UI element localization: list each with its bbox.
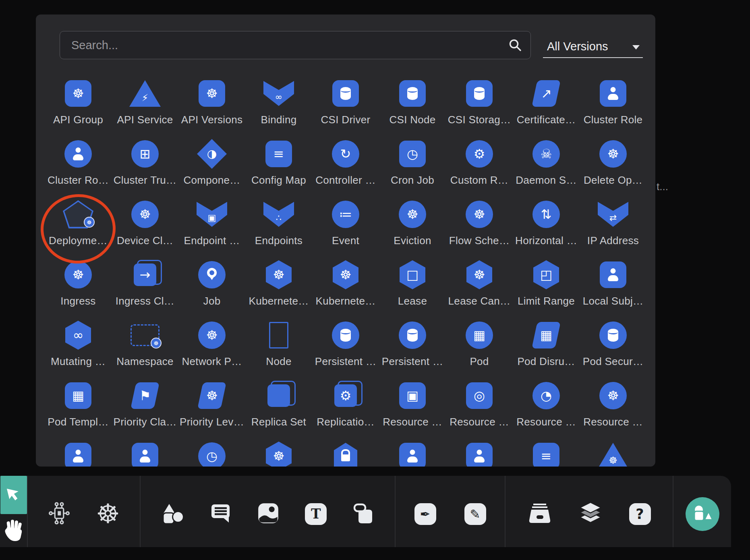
glyph: ☸ (340, 268, 352, 281)
grid-item-network-p[interactable]: ☸Network P… (178, 316, 245, 376)
grid-item-eviction[interactable]: ☸Eviction (379, 195, 446, 255)
grid-item-row7-60[interactable] (446, 437, 513, 467)
grid-item-ingress[interactable]: ☸Ingress (45, 255, 112, 316)
version-filter-dropdown[interactable]: All Versions (543, 35, 643, 58)
grid-item-row7-56[interactable]: ◷ (178, 437, 245, 467)
grid-item-custom-r[interactable]: ⚙Custom R… (446, 135, 513, 195)
grid-item-api-group[interactable]: ☸API Group (45, 74, 112, 135)
grid-item-config-map[interactable]: ≡Config Map (245, 135, 312, 195)
grid-item-event[interactable]: ≔Event (312, 195, 379, 255)
grid-item-csi-node[interactable]: CSI Node (379, 74, 446, 135)
grid-item-api-service[interactable]: ⚡API Service (112, 74, 178, 135)
grid-item-kubernete[interactable]: ☸Kubernete… (245, 255, 312, 316)
glyph: ◑ (207, 148, 217, 160)
shape-library-button[interactable] (686, 497, 719, 531)
text-tool-icon: T (305, 503, 327, 525)
grid-item-ip-address[interactable]: ⇄IP Address (580, 195, 646, 255)
grid-item-row7-59[interactable] (379, 437, 446, 467)
grid-item-resource[interactable]: ◔Resource … (513, 376, 580, 437)
grid-item-resource[interactable]: ☸Resource … (580, 376, 646, 437)
glyph: ⇅ (541, 208, 552, 221)
grid-item-device-cl[interactable]: ☸Device Cl… (112, 195, 178, 255)
grid-item-limit-range[interactable]: ◰Limit Range (513, 255, 580, 316)
archive-tool[interactable] (528, 502, 552, 525)
config-map-icon: ≡ (265, 141, 292, 167)
image-tool[interactable] (257, 502, 279, 525)
architecture-diagram-tool[interactable] (48, 502, 71, 526)
glyph: ☸ (73, 268, 84, 281)
grid-item-priority-lev[interactable]: ☸Priority Lev… (178, 376, 245, 437)
grid-item-certificate[interactable]: ↗Certificate… (513, 74, 580, 135)
grid-item-ingress-cl[interactable]: →Ingress Cl… (112, 255, 178, 316)
grid-item-local-subj[interactable]: Local Subj… (580, 255, 646, 316)
grid-item-daemon-s[interactable]: ☠Daemon S… (513, 135, 580, 195)
cluster-role-binding-icon (64, 140, 92, 168)
grid-item-resource[interactable]: ▣Resource … (379, 376, 446, 437)
shapes-tool[interactable] (161, 502, 184, 526)
grid-item-persistent[interactable]: Persistent … (312, 316, 379, 376)
grid-item-lease-can[interactable]: ☸Lease Can… (446, 255, 513, 316)
draw-tool-group: ✒ ✎ (395, 476, 505, 547)
grid-item-persistent[interactable]: Persistent … (379, 316, 446, 376)
grid-item-label: CSI Storag… (448, 114, 511, 126)
grid-item-pod-secur[interactable]: Pod Secur… (580, 316, 646, 376)
grid-item-pod-disru[interactable]: ▦Pod Disru… (513, 316, 580, 376)
kubernetes-tool[interactable]: ☸ (96, 501, 120, 527)
grid-item-priority-cla[interactable]: ⚑Priority Cla… (112, 376, 178, 437)
note-tool[interactable] (353, 502, 375, 525)
hand-icon (3, 519, 24, 543)
grid-item-mutating[interactable]: ∞Mutating … (45, 316, 112, 376)
grid-item-label: Pod Templ… (48, 416, 108, 428)
grid-item-row7-58[interactable] (312, 437, 379, 467)
grid-item-pod[interactable]: ▦Pod (446, 316, 513, 376)
grid-item-api-versions[interactable]: ☸API Versions (178, 74, 245, 135)
grid-item-job[interactable]: Job (178, 255, 245, 316)
grid-item-namespace[interactable]: ☸Namespace (112, 316, 178, 376)
grid-item-row7-62[interactable]: ☸ (580, 437, 646, 467)
freehand-pencil-tool[interactable]: ✎ (464, 503, 486, 525)
grid-item-replicatio[interactable]: ⚙Replicatio… (312, 376, 379, 437)
grid-item-label: Pod Secur… (583, 355, 643, 368)
grid-item-kubernete[interactable]: ☸Kubernete… (312, 255, 379, 316)
grid-item-endpoint[interactable]: ▣Endpoint … (178, 195, 245, 255)
grid-item-cluster-ro[interactable]: Cluster Ro… (45, 135, 112, 195)
search-input[interactable] (60, 31, 531, 59)
sticky-note-icon (353, 502, 375, 525)
grid-item-row7-61[interactable]: ≡ (513, 437, 580, 467)
grid-item-row7-55[interactable] (112, 437, 178, 467)
text-tool[interactable]: T (305, 503, 327, 525)
grid-item-lease[interactable]: □Lease (379, 255, 446, 316)
selection-tool[interactable] (0, 476, 27, 514)
grid-item-binding[interactable]: ∞Binding (245, 74, 312, 135)
grid-item-csi-driver[interactable]: CSI Driver (312, 74, 379, 135)
glyph: ≡ (541, 450, 552, 463)
pen-connector-tool[interactable]: ✒ (414, 503, 436, 525)
grid-item-cluster-role[interactable]: Cluster Role (580, 74, 646, 135)
grid-item-controller[interactable]: ↻Controller … (312, 135, 379, 195)
grid-item-replica-set[interactable]: Replica Set (245, 376, 312, 437)
db-glyph (474, 87, 485, 100)
grid-item-pod-templ[interactable]: ▦Pod Templ… (45, 376, 112, 437)
grid-item-resource[interactable]: ◎Resource … (446, 376, 513, 437)
db-glyph (407, 87, 418, 100)
grid-item-node[interactable]: Node (245, 316, 312, 376)
grid-item-csi-storag[interactable]: CSI Storag… (446, 74, 513, 135)
grid-item-delete-op[interactable]: ☸Delete Op… (580, 135, 646, 195)
grid-item-horizontal[interactable]: ⇅Horizontal … (513, 195, 580, 255)
search-bar (60, 31, 531, 59)
grid-item-row7-57[interactable]: ☸ (245, 437, 312, 467)
glyph: ☸ (607, 147, 619, 160)
search-icon (508, 38, 523, 54)
grid-item-endpoints[interactable]: ∴Endpoints (245, 195, 312, 255)
grid-item-flow-sche[interactable]: ☸Flow Sche… (446, 195, 513, 255)
grid-item-compone[interactable]: ◑Compone… (178, 135, 245, 195)
grid-item-cron-job[interactable]: ◷Cron Job (379, 135, 446, 195)
layers-tool[interactable] (578, 502, 603, 526)
grid-item-row7-54[interactable] (45, 437, 112, 467)
grid-item-label: API Versions (181, 114, 242, 126)
comment-tool[interactable] (210, 504, 231, 524)
hand-tool[interactable] (2, 519, 25, 543)
grid-item-deployme[interactable]: ☸Deployme… (45, 195, 112, 255)
help-tool[interactable]: ? (629, 503, 651, 525)
grid-item-cluster-tru[interactable]: ⊞Cluster Tru… (112, 135, 178, 195)
